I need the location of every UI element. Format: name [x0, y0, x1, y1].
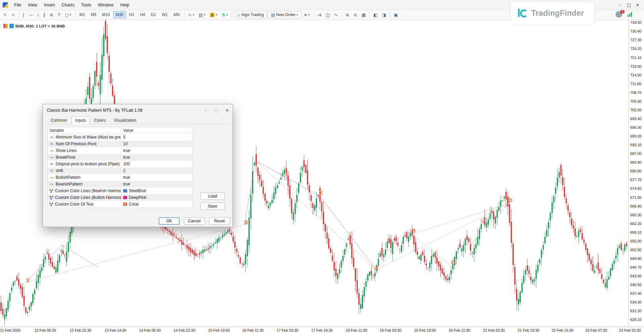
param-row[interactable]: Custom Color Lines (Bullish Harmonic)Dee…	[48, 194, 193, 201]
time-axis[interactable]: 11 Feb 202512 Feb 06:3012 Feb 22:3013 Fe…	[0, 327, 644, 334]
param-row[interactable]: Custom Color Of TextCoral	[48, 201, 193, 208]
zoom-in-button[interactable]: ⊕	[344, 11, 351, 18]
price-label: 674.60	[630, 186, 642, 190]
symbols-button[interactable]: ⇅▾	[219, 11, 230, 18]
new-order-button[interactable]: ▤New Order▾	[267, 11, 301, 18]
param-row[interactable]: 01Minimum Size of Wave (Must be great...…	[48, 134, 193, 141]
dialog-close-button[interactable]: ×	[222, 104, 233, 116]
tab-visualization[interactable]: Visualization	[110, 116, 140, 124]
price-label: 634.30	[630, 300, 642, 304]
tab-colors[interactable]: Colors	[90, 116, 109, 124]
objects-list-button[interactable]: ▤▾	[197, 11, 207, 18]
equidistant-channel-button[interactable]: ∥	[41, 11, 48, 18]
price-axis[interactable]: 733.50730.40727.30724.20721.10718.00714.…	[628, 20, 644, 327]
candle-body	[544, 237, 546, 243]
candle-body	[18, 279, 19, 285]
menu-insert[interactable]: Insert	[41, 1, 58, 9]
param-row[interactable]: Custom Color Lines (Bearish Harmonic)Ste…	[48, 187, 193, 194]
cancel-button[interactable]: Cancel	[184, 217, 205, 225]
crosshair-button[interactable]: +	[9, 11, 17, 18]
load-button[interactable]: Load	[200, 192, 225, 200]
tile-windows-button[interactable]: ▦	[359, 11, 367, 18]
candle-body	[233, 237, 234, 241]
table-header: Variable Value	[48, 127, 193, 134]
param-value: 10	[123, 142, 128, 146]
candle-body	[401, 245, 402, 252]
menu-help[interactable]: Help	[117, 1, 133, 9]
number-param-icon: 01	[49, 135, 54, 139]
trendline-button[interactable]: /	[35, 11, 41, 18]
harmonic-pattern-line[interactable]	[26, 224, 244, 282]
candle-body	[342, 256, 344, 261]
param-row[interactable]: 01shift2	[48, 167, 193, 174]
shapes-icon: ○	[65, 13, 68, 17]
candle-body	[601, 274, 602, 279]
pitchfork-button[interactable]: ⋔	[48, 11, 55, 18]
candle-body	[93, 86, 94, 98]
vertical-line-button[interactable]: |	[21, 11, 26, 18]
shapes-button[interactable]: ○▾	[63, 11, 73, 18]
param-row[interactable]: ↦Show Linestrue	[48, 147, 193, 154]
cursor-button[interactable]: ↖	[1, 11, 9, 18]
harmonic-pattern-line[interactable]	[26, 245, 61, 282]
candle-body	[89, 77, 90, 98]
menu-tools[interactable]: Tools	[78, 1, 95, 9]
zigzag-button[interactable]: ∿	[332, 11, 340, 18]
zoom-out-button[interactable]: ⊖	[352, 11, 359, 18]
minimize-button[interactable]: –	[616, 1, 625, 8]
chart-shift-button[interactable]: ◫	[324, 11, 332, 18]
save-button[interactable]: Save	[200, 203, 225, 210]
horizontal-line-button[interactable]: —	[27, 11, 35, 18]
text-tool-button[interactable]: T	[56, 11, 62, 18]
tf-h1-button[interactable]: H1	[127, 11, 137, 18]
dialog-maximize-button[interactable]: □	[211, 104, 222, 116]
close-button[interactable]: ×	[633, 1, 642, 8]
param-row[interactable]: ↦BreakPivottrue	[48, 154, 193, 161]
harmonic-pattern-line[interactable]	[320, 196, 376, 270]
harmonic-pattern-line[interactable]	[255, 161, 376, 270]
harmonic-pattern-line[interactable]	[451, 204, 508, 266]
tf-mn-button[interactable]: MN	[171, 11, 183, 18]
menu-view[interactable]: View	[24, 1, 41, 9]
candle-body	[252, 171, 253, 193]
tf-m1-button[interactable]: M1	[77, 11, 88, 18]
indicators-button[interactable]: ∿▾	[186, 11, 196, 18]
maximize-button[interactable]: □	[625, 1, 633, 8]
time-label: 16 Feb 11:30	[242, 328, 264, 332]
candle-body	[512, 243, 514, 265]
tf-w1-button[interactable]: W1	[159, 11, 170, 18]
depth-of-market-button[interactable]: ◨	[380, 11, 388, 18]
time-label: 17 Feb 03:30	[277, 328, 298, 332]
param-row[interactable]: 01Num Of Previous Pivot10	[48, 141, 193, 147]
menu-window[interactable]: Window	[95, 1, 117, 9]
menu-file[interactable]: File	[11, 1, 24, 9]
strategy-tester-button[interactable]: ▣	[392, 11, 400, 18]
param-row[interactable]: ↦BullishPatterntrue	[48, 174, 193, 181]
tab-inputs[interactable]: Inputs	[71, 116, 90, 124]
auto-scroll-button[interactable]: ⇉	[316, 11, 324, 18]
tf-d1-button[interactable]: D1	[148, 11, 159, 18]
dialog-minimize-button[interactable]: –	[200, 104, 211, 116]
tab-common[interactable]: Common	[47, 116, 71, 124]
market-watch-button[interactable]: $▾	[208, 11, 219, 18]
param-row[interactable]: 01Original pivot to broken pivot (Pipet)…	[48, 161, 193, 167]
algo-trading-button[interactable]: ▷Algo Trading	[234, 11, 267, 18]
reset-button[interactable]: Reset	[209, 217, 230, 225]
menu-charts[interactable]: Charts	[58, 1, 78, 9]
param-rows: 01Minimum Size of Wave (Must be great...…	[48, 134, 193, 208]
candle-body	[443, 272, 445, 276]
tf-m15-button[interactable]: M15	[99, 11, 112, 18]
tf-m30-button[interactable]: M30	[113, 11, 126, 18]
tf-h4-button[interactable]: H4	[137, 11, 148, 18]
polyline-button[interactable]: ≋▾	[302, 11, 312, 18]
harmonic-pattern-line[interactable]	[376, 204, 508, 270]
tf-m5-button[interactable]: M5	[88, 11, 99, 18]
ok-button[interactable]: OK	[159, 217, 180, 225]
dialog-titlebar[interactable]: Classic Bat Harmonic Pattern MT5 - By TF…	[43, 104, 233, 116]
candle-body	[486, 222, 487, 228]
harmonic-pattern-line[interactable]	[244, 161, 255, 225]
candle-body	[426, 264, 427, 266]
notifications-icon[interactable]: 1	[615, 11, 622, 18]
data-window-button[interactable]: ◧	[371, 11, 380, 18]
param-row[interactable]: ↦BearishPatterntrue	[48, 181, 193, 187]
